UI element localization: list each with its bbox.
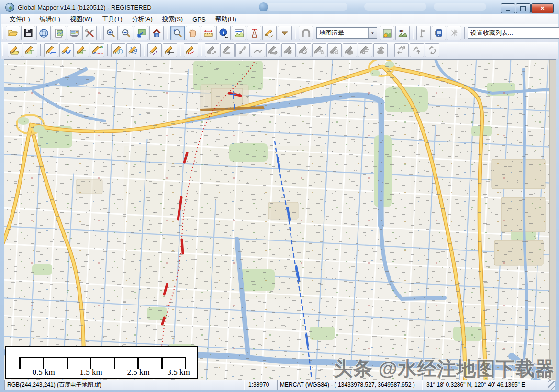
home-view-button[interactable] [149, 26, 164, 40]
undo-digitization-button[interactable] [425, 43, 439, 57]
edit-split-button[interactable] [205, 43, 219, 57]
menu-search[interactable]: 搜索(S) [157, 14, 188, 24]
cogo-label: COGO [95, 52, 103, 55]
measure-tool-icon [203, 28, 213, 38]
edit-snap-button[interactable] [251, 43, 265, 57]
maximize-button[interactable] [516, 3, 531, 13]
more-tools-dropdown-icon [281, 29, 289, 37]
walk-mode-button[interactable] [299, 26, 313, 40]
create-grid-button[interactable] [126, 43, 141, 57]
menu-view[interactable]: 视图(W) [65, 14, 97, 24]
create-grid-icon [128, 45, 139, 55]
digitizer-tool-button[interactable] [262, 26, 277, 40]
title-bar[interactable]: Global Mapper v14.1 (b120512) - REGISTER… [0, 0, 559, 14]
more-tools-dropdown-button[interactable] [278, 26, 292, 40]
view-shed-button[interactable] [247, 26, 261, 40]
shift-feature-icon [412, 45, 422, 55]
chevron-down-icon[interactable]: ▼ [368, 28, 377, 38]
shader-options-button[interactable] [380, 26, 394, 40]
create-area-button[interactable] [8, 43, 22, 57]
edit-move-attributes-button[interactable] [327, 43, 342, 57]
cogo-feature-button[interactable]: 36 COGO [90, 43, 104, 57]
separator [391, 44, 391, 56]
overlay-control-center-button[interactable] [52, 26, 66, 40]
save-button[interactable] [21, 26, 35, 40]
move-feature-button[interactable] [394, 43, 409, 57]
background-window-ghost [266, 3, 347, 11]
edit-combine-button[interactable] [266, 43, 280, 57]
edit-merge-icon [360, 45, 370, 55]
full-view-icon [136, 28, 146, 38]
full-view-button[interactable] [134, 26, 148, 40]
create-freehand-icon [61, 45, 72, 55]
shader-options-icon [382, 28, 392, 38]
create-circle-button[interactable] [111, 43, 125, 57]
create-point-button[interactable] [147, 43, 162, 57]
shift-feature-button[interactable] [410, 43, 424, 57]
feature-info-button[interactable]: i [216, 26, 231, 40]
menu-edit[interactable]: 编辑(E) [35, 14, 65, 24]
separator [180, 44, 181, 56]
path-profile-button[interactable] [232, 26, 246, 40]
toolbar-grip[interactable] [2, 27, 3, 39]
edit-copy-attributes-button[interactable] [312, 43, 326, 57]
undo-digitization-icon [427, 45, 437, 55]
edit-crop-button[interactable] [281, 43, 296, 57]
create-range-ring-button[interactable] [184, 43, 198, 57]
map-canvas[interactable] [4, 60, 550, 381]
menu-gps[interactable]: GPS [188, 15, 210, 24]
edit-paint-icon [375, 45, 386, 55]
configuration-button[interactable] [67, 26, 81, 40]
gps-flag-icon [419, 28, 428, 38]
background-window-ghost [364, 3, 426, 11]
create-freehand-button[interactable] [59, 43, 74, 57]
separator [201, 44, 202, 56]
minimize-icon [506, 10, 510, 11]
create-rectangle-corner-button[interactable] [75, 43, 89, 57]
create-rectangle-button[interactable] [23, 43, 37, 57]
3d-view-button[interactable]: 3D [395, 26, 410, 40]
menu-bar: 文件(F) 编辑(E) 视图(W) 工具(T) 分析(A) 搜索(S) GPS … [1, 14, 558, 25]
watermark-text: 头条 @水经注地图下载器 [334, 356, 555, 381]
gps-device-button[interactable] [432, 26, 446, 40]
minimize-button[interactable] [501, 3, 515, 13]
zoom-tool-button[interactable] [170, 26, 185, 40]
edit-copy-attributes-icon [314, 45, 324, 55]
menu-tools[interactable]: 工具(T) [97, 14, 127, 24]
menu-analysis[interactable]: 分析(A) [127, 14, 157, 24]
zoom-in-button[interactable] [103, 26, 118, 40]
gps-waypoint-button[interactable] [447, 26, 461, 40]
insert-vertex-icon [165, 45, 175, 55]
favorites-combobox[interactable]: 设置收藏列表... ▼ [468, 27, 559, 39]
resize-grip[interactable] [548, 380, 555, 390]
map-view[interactable]: 0.5 km 1.5 km 2.5 km 3.5 km 头条 @水经注地图下载器 [4, 59, 556, 381]
measure-tool-button[interactable] [201, 26, 215, 40]
pan-tool-button[interactable] [186, 26, 200, 40]
edit-fill-button[interactable] [343, 43, 357, 57]
edit-reshape-button[interactable] [220, 43, 235, 57]
edit-rotate-feature-button[interactable] [297, 43, 311, 57]
edit-merge-button[interactable] [358, 43, 372, 57]
status-projection: MERCAT (WGS84) - ( 13433978.527, 3649587… [277, 380, 423, 390]
tools-button[interactable] [82, 26, 97, 40]
toolbar-grip[interactable] [2, 44, 5, 56]
background-window-ghost [434, 3, 486, 11]
menu-file[interactable]: 文件(F) [5, 14, 35, 24]
menu-help[interactable]: 帮助(H) [211, 14, 241, 24]
edit-paint-button[interactable] [373, 43, 388, 57]
open-file-button[interactable] [6, 26, 20, 40]
shader-combobox[interactable]: 地图渲晕 ▼ [316, 27, 377, 39]
zoom-out-icon [121, 28, 131, 38]
edit-trim-icon [237, 45, 248, 55]
edit-trim-button[interactable] [235, 43, 250, 57]
download-online-data-icon [39, 28, 49, 38]
gps-flag-button[interactable] [416, 26, 431, 40]
zoom-out-button[interactable] [119, 26, 133, 40]
scale-tick [43, 357, 44, 369]
edit-move-attributes-icon [329, 45, 340, 55]
create-line-button[interactable] [44, 43, 58, 57]
download-online-data-button[interactable] [36, 26, 51, 40]
close-button[interactable]: ✕ [531, 3, 554, 13]
insert-vertex-button[interactable] [163, 43, 177, 57]
separator [167, 27, 168, 39]
